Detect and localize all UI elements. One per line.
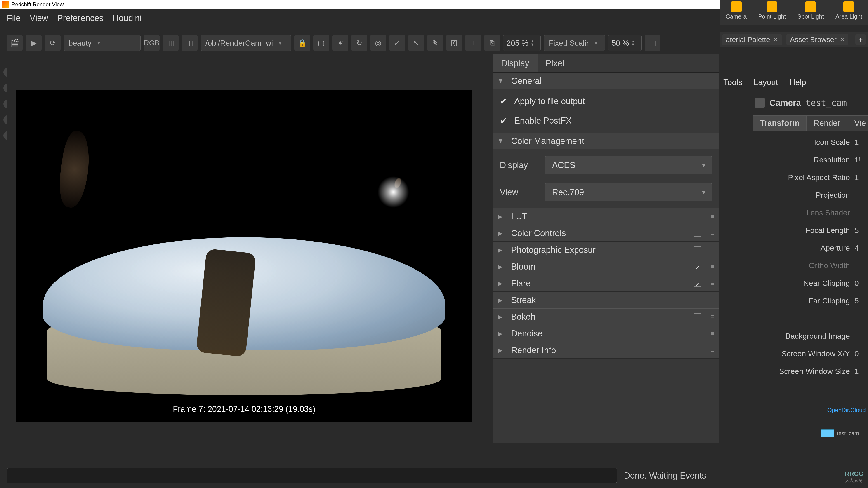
wand-icon[interactable]: ✎	[427, 35, 443, 51]
image-icon[interactable]: 🖼	[446, 35, 462, 51]
grip-icon: ≡	[711, 347, 715, 354]
display-colorspace-dropdown[interactable]: ACES ▼	[545, 156, 712, 174]
prop-value[interactable]: 5	[855, 226, 868, 235]
section-denoise[interactable]: ▶Denoise≡	[493, 325, 719, 342]
expand-icon: ▶	[498, 230, 504, 237]
refresh-icon[interactable]: ⟳	[45, 35, 61, 51]
prop-row: Screen Window X/Y0	[755, 345, 868, 362]
camera-node-header[interactable]: Camera test_cam	[755, 95, 868, 111]
prop-value[interactable]: 1	[855, 367, 868, 376]
grip-icon: ≡	[711, 137, 715, 144]
tab-transform[interactable]: Transform	[753, 116, 807, 131]
aov-dropdown[interactable]: beauty ▼	[64, 35, 141, 51]
section-flare[interactable]: ▶Flare≡	[493, 275, 719, 292]
view-transform-dropdown[interactable]: Rec.709 ▼	[545, 183, 712, 201]
section-lut[interactable]: ▶LUT≡	[493, 208, 719, 225]
menu-view[interactable]: View	[30, 13, 48, 23]
section-label: Flare	[511, 279, 531, 288]
prop-value[interactable]: 0	[855, 279, 868, 288]
grid-icon[interactable]: ▦	[163, 35, 179, 51]
spark-icon[interactable]: ✶	[332, 35, 348, 51]
section-enable-checkbox[interactable]	[694, 263, 701, 270]
menu-tools[interactable]: Tools	[723, 78, 742, 87]
add-tab-button[interactable]: ＋	[855, 34, 866, 45]
render-image[interactable]: Frame 7: 2021-07-14 02:13:29 (19.03s)	[16, 90, 472, 422]
tab-render[interactable]: Render	[807, 116, 847, 131]
apply-file-output-checkbox[interactable]: ✔ Apply to file output	[500, 96, 712, 106]
camera-path: /obj/RenderCam_wi	[206, 39, 273, 47]
node-name: test_cam	[805, 98, 847, 108]
shelf-spot-light[interactable]: Spot Light	[798, 1, 824, 20]
tab-asset-browser[interactable]: Asset Browser✕	[786, 34, 848, 45]
shelf-area-light[interactable]: Area Light	[835, 1, 862, 20]
diagonal-arrows-icon[interactable]: ⤡	[408, 35, 424, 51]
buffer-icon[interactable]: ▥	[645, 35, 660, 51]
shelf-camera[interactable]: Camera	[726, 1, 747, 20]
section-render-info[interactable]: ▶Render Info≡	[493, 342, 719, 359]
close-icon[interactable]: ✕	[773, 36, 778, 43]
close-icon[interactable]: ✕	[840, 36, 845, 43]
prop-row: Ortho Width	[755, 257, 868, 274]
progress-bar	[7, 468, 617, 484]
copy-icon[interactable]: ⎘	[484, 35, 500, 51]
section-enable-checkbox[interactable]	[694, 313, 701, 320]
camera-node-mini[interactable]: test_cam	[821, 429, 859, 437]
menu-file[interactable]: File	[7, 13, 21, 23]
zoom-field[interactable]: 205 % ▲▼	[503, 35, 541, 51]
circle-arrow-icon[interactable]: ↻	[351, 35, 367, 51]
scale-mode-dropdown[interactable]: Fixed Scalir ▼	[544, 35, 605, 51]
rgb-toggle[interactable]: RGB	[144, 35, 160, 51]
tab-pixel[interactable]: Pixel	[537, 55, 572, 72]
view-label: View	[500, 188, 536, 197]
tab-view[interactable]: Vie	[847, 116, 868, 131]
camera-dropdown[interactable]: /obj/RenderCam_wi ▼	[201, 35, 291, 51]
prop-value[interactable]: 1	[855, 173, 868, 182]
section-bloom[interactable]: ▶Bloom≡	[493, 258, 719, 275]
grip-icon: ≡	[711, 263, 715, 270]
section-enable-checkbox[interactable]	[694, 230, 701, 236]
menu-preferences[interactable]: Preferences	[57, 13, 103, 23]
section-enable-checkbox[interactable]	[694, 247, 701, 253]
prop-label: Focal Length	[755, 226, 855, 235]
section-enable-checkbox[interactable]	[694, 280, 701, 287]
prop-value[interactable]: 1	[855, 138, 868, 147]
prop-value[interactable]: 1!	[855, 156, 868, 164]
expand-icon[interactable]: ⤢	[389, 35, 405, 51]
shelf-point-light[interactable]: Point Light	[758, 1, 786, 20]
box-icon[interactable]: ▢	[313, 35, 329, 51]
scale-pct-field[interactable]: 50 % ▲▼	[608, 35, 642, 51]
grip-icon: ≡	[711, 330, 715, 337]
section-enable-checkbox[interactable]	[694, 213, 701, 220]
enable-postfx-checkbox[interactable]: ✔ Enable PostFX	[500, 116, 712, 126]
section-general[interactable]: ▼ General	[493, 72, 719, 89]
app-icon	[2, 1, 9, 8]
display-panel: Display Pixel ▼ General ✔ Apply to file …	[493, 54, 719, 443]
add-snapshot-icon[interactable]: ＋	[465, 35, 481, 51]
watermark: OpenDir.Cloud	[827, 407, 866, 414]
clapper-icon[interactable]: 🎬	[7, 35, 23, 51]
menu-help[interactable]: Help	[789, 78, 806, 87]
prop-value[interactable]: 4	[855, 243, 868, 252]
target-icon[interactable]: ◎	[370, 35, 386, 51]
crop-icon[interactable]: ◫	[182, 35, 197, 51]
tab-material-palette[interactable]: aterial Palette✕	[722, 34, 782, 45]
section-color-controls[interactable]: ▶Color Controls≡	[493, 225, 719, 241]
lock-icon[interactable]: 🔒	[294, 35, 310, 51]
camera-icon	[755, 98, 765, 108]
chevron-down-icon: ▼	[701, 189, 707, 196]
menu-layout[interactable]: Layout	[754, 78, 778, 87]
section-label: LUT	[511, 212, 527, 221]
section-color-management[interactable]: ▼ Color Management ≡	[493, 133, 719, 149]
prop-value[interactable]: 5	[855, 296, 868, 305]
prop-value[interactable]: 0	[855, 349, 868, 358]
section-streak[interactable]: ▶Streak≡	[493, 292, 719, 308]
tab-display[interactable]: Display	[493, 55, 537, 72]
section-photographic-exposur[interactable]: ▶Photographic Exposur≡	[493, 241, 719, 258]
menu-houdini[interactable]: Houdini	[113, 13, 142, 23]
prop-label: Near Clipping	[755, 279, 855, 288]
status-text: Done. Waiting Events	[624, 471, 706, 481]
play-icon[interactable]: ▶	[26, 35, 41, 51]
section-bokeh[interactable]: ▶Bokeh≡	[493, 308, 719, 325]
section-enable-checkbox[interactable]	[694, 297, 701, 303]
prop-row: Aperture4	[755, 239, 868, 257]
